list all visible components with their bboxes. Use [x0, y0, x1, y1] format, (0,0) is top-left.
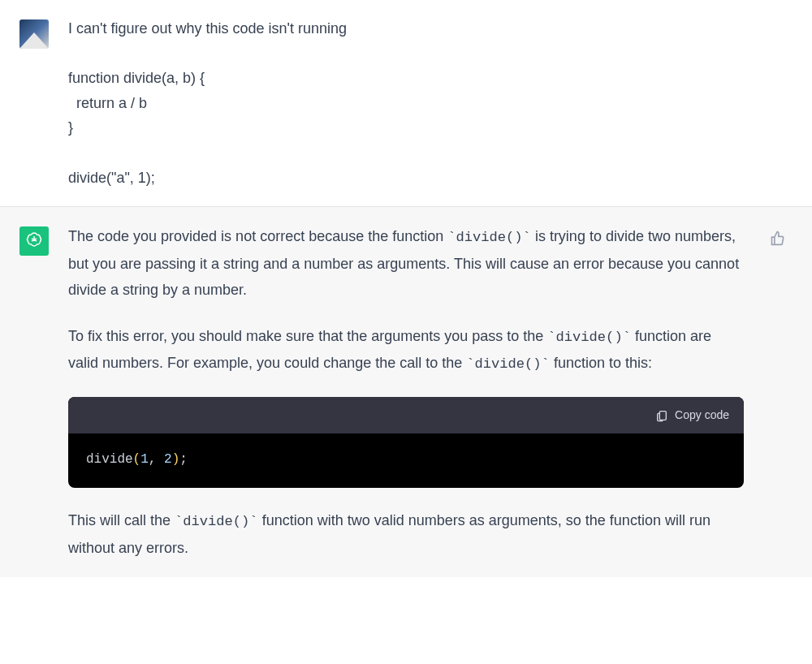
assistant-message: The code you provided is not correct bec… [0, 206, 812, 577]
copy-code-button[interactable]: Copy code [655, 405, 729, 425]
code-token: divide [86, 452, 133, 467]
assistant-paragraph: To fix this error, you should make sure … [68, 323, 744, 378]
code-content: divide(1, 2); [68, 433, 744, 488]
text-span: function to this: [550, 355, 652, 371]
openai-logo-icon [24, 231, 44, 251]
assistant-paragraph: The code you provided is not correct bec… [68, 223, 744, 304]
thumbs-up-button[interactable] [770, 228, 793, 254]
code-block-header: Copy code [68, 397, 744, 433]
code-token: 2 [164, 452, 172, 467]
inline-code: `divide()` [466, 356, 550, 372]
text-span: To fix this error, you should make sure … [68, 328, 547, 344]
clipboard-icon [655, 409, 668, 422]
assistant-avatar [19, 226, 49, 256]
inline-code: `divide()` [175, 514, 258, 529]
assistant-paragraph: This will call the `divide()` function w… [68, 507, 744, 561]
code-token: ; [179, 452, 188, 467]
text-span: The code you provided is not correct bec… [68, 228, 447, 244]
code-block: Copy code divide(1, 2); [68, 397, 744, 488]
assistant-content: The code you provided is not correct bec… [68, 223, 750, 561]
inline-code: `divide()` [447, 230, 531, 245]
svg-rect-0 [659, 411, 666, 420]
user-message: I can't figure out why this code isn't r… [0, 0, 812, 206]
code-token: ) [172, 452, 180, 467]
user-avatar [19, 19, 49, 49]
message-actions [770, 223, 793, 561]
user-content: I can't figure out why this code isn't r… [68, 16, 793, 190]
inline-code: `divide()` [547, 330, 631, 345]
code-token: ( [133, 452, 141, 467]
thumbs-up-icon [770, 230, 786, 246]
copy-code-label: Copy code [675, 405, 729, 425]
text-span: This will call the [68, 512, 175, 528]
code-token: , [149, 452, 164, 467]
code-token: 1 [140, 452, 149, 467]
